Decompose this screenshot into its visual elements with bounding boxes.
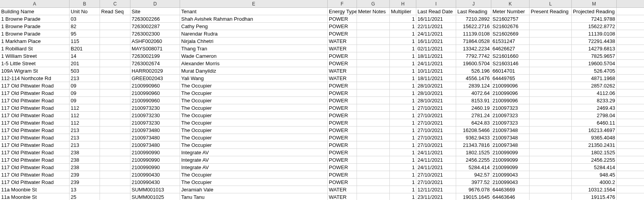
cell-G[interactable]	[357, 112, 390, 119]
cell-L[interactable]	[530, 104, 572, 111]
cell-I[interactable]: 28/10/2021	[416, 82, 456, 89]
cell-H[interactable]: 1	[390, 30, 416, 37]
cell-E[interactable]: Integrate AV	[180, 156, 328, 163]
cell-K[interactable]: 210097323	[491, 112, 530, 119]
cell-K[interactable]: 210097348	[491, 134, 530, 141]
cell-D[interactable]: 2100990430	[130, 171, 180, 178]
cell-D[interactable]: 2100973480	[130, 141, 180, 148]
cell-H[interactable]: 1	[390, 186, 416, 193]
cell-B[interactable]: 115	[70, 38, 100, 45]
cell-B[interactable]: 238	[70, 149, 100, 156]
cell-M[interactable]: 2469.43	[572, 104, 617, 111]
cell-H[interactable]: 1	[390, 141, 416, 148]
cell-B[interactable]: 503	[70, 67, 100, 74]
cell-A[interactable]: 1 Browne Parade	[0, 15, 70, 22]
cell-K[interactable]: 210097323	[491, 119, 530, 126]
header-cell-C[interactable]: Read Seq	[100, 8, 130, 15]
cell-D[interactable]: SUMM001013	[130, 186, 180, 193]
cell-L[interactable]	[530, 38, 572, 45]
cell-E[interactable]: Jeramiah Vale	[180, 186, 328, 193]
cell-K[interactable]: 210097348	[491, 141, 530, 148]
cell-M[interactable]: 1802.1525	[572, 149, 617, 156]
cell-D[interactable]: 2100990960	[130, 97, 180, 104]
cell-K[interactable]: S21601660	[491, 52, 530, 59]
cell-G[interactable]	[357, 156, 390, 163]
cell-G[interactable]	[357, 179, 390, 186]
header-cell-F[interactable]: Energy Type	[328, 8, 357, 15]
cell-M[interactable]: 948.45	[572, 171, 617, 178]
cell-D[interactable]: 2100990960	[130, 82, 180, 89]
header-cell-A[interactable]: Building Name	[0, 8, 70, 15]
cell-J[interactable]: 21343.7816	[456, 141, 491, 148]
cell-H[interactable]: 1	[390, 15, 416, 22]
column-header-D[interactable]: D	[130, 0, 180, 7]
cell-C[interactable]	[100, 23, 130, 30]
cell-I[interactable]: 18/11/2021	[416, 52, 456, 59]
cell-D[interactable]: 2100973230	[130, 112, 180, 119]
cell-D[interactable]: 2100990960	[130, 89, 180, 96]
cell-D[interactable]: 2100973230	[130, 104, 180, 111]
cell-E[interactable]: Tanu Tanu	[180, 193, 328, 200]
cell-D[interactable]: 7263002266	[130, 15, 180, 22]
cell-G[interactable]	[357, 127, 390, 134]
cell-K[interactable]: 210097348	[491, 127, 530, 134]
cell-H[interactable]: 1	[390, 156, 416, 163]
cell-I[interactable]: 16/11/2021	[416, 38, 456, 45]
cell-I[interactable]: 16/11/2021	[416, 15, 456, 22]
cell-J[interactable]: 6424.83	[456, 119, 491, 126]
column-header-I[interactable]: I	[416, 0, 456, 7]
cell-J[interactable]: 4556.1476	[456, 75, 491, 82]
cell-L[interactable]	[530, 60, 572, 67]
cell-J[interactable]: 7210.2892	[456, 15, 491, 22]
cell-D[interactable]: 2100990990	[130, 164, 180, 171]
cell-L[interactable]	[530, 179, 572, 186]
cell-I[interactable]: 24/11/2021	[416, 60, 456, 67]
cell-C[interactable]	[100, 52, 130, 59]
cell-A[interactable]: 117 Old Pittwater Road	[0, 171, 70, 178]
cell-M[interactable]: 16213.4697	[572, 127, 617, 134]
header-cell-E[interactable]: Tenant	[180, 8, 328, 15]
cell-C[interactable]	[100, 186, 130, 193]
cell-L[interactable]	[530, 112, 572, 119]
header-cell-G[interactable]: Meter Notes	[357, 8, 390, 15]
cell-J[interactable]: 1802.1525	[456, 149, 491, 156]
cell-F[interactable]: WATER	[328, 38, 357, 45]
cell-G[interactable]	[357, 30, 390, 37]
cell-H[interactable]: 1	[390, 134, 416, 141]
cell-D[interactable]: 7263002199	[130, 52, 180, 59]
header-cell-I[interactable]: Last Read Date	[416, 8, 456, 15]
cell-E[interactable]: The Occupier	[180, 127, 328, 134]
header-cell-M[interactable]: Projected Reading	[572, 8, 617, 15]
cell-B[interactable]: 213	[70, 127, 100, 134]
cell-C[interactable]	[100, 60, 130, 67]
cell-H[interactable]: 1	[390, 112, 416, 119]
cell-K[interactable]: S21603146	[491, 60, 530, 67]
cell-H[interactable]: 1	[390, 127, 416, 134]
cell-K[interactable]: 64449765	[491, 75, 530, 82]
cell-E[interactable]: The Occupier	[180, 141, 328, 148]
column-header-M[interactable]: M	[572, 0, 617, 7]
cell-G[interactable]	[357, 141, 390, 148]
cell-A[interactable]: 117 Old Pittwater Road	[0, 127, 70, 134]
column-header-A[interactable]: A	[0, 0, 70, 7]
cell-L[interactable]	[530, 82, 572, 89]
cell-A[interactable]: 117 Old Pittwater Road	[0, 179, 70, 186]
cell-A[interactable]: 117 Old Pittwater Road	[0, 82, 70, 89]
cell-I[interactable]: 28/10/2021	[416, 97, 456, 104]
cell-J[interactable]: 2460.19	[456, 104, 491, 111]
cell-B[interactable]: 239	[70, 179, 100, 186]
cell-H[interactable]: 1	[390, 179, 416, 186]
cell-D[interactable]: MAYS008071	[130, 45, 180, 52]
cell-K[interactable]: 210099096	[491, 97, 530, 104]
cell-M[interactable]: 2798.04	[572, 112, 617, 119]
cell-J[interactable]: 15622.2716	[456, 23, 491, 30]
cell-G[interactable]	[357, 134, 390, 141]
cell-F[interactable]: POWER	[328, 156, 357, 163]
cell-F[interactable]: POWER	[328, 171, 357, 178]
cell-B[interactable]: 82	[70, 23, 100, 30]
cell-F[interactable]: WATER	[328, 186, 357, 193]
header-cell-H[interactable]: Multiplier	[390, 8, 416, 15]
cell-L[interactable]	[530, 52, 572, 59]
header-cell-D[interactable]: Site	[130, 8, 180, 15]
header-cell-L[interactable]: Present Reading	[530, 8, 572, 15]
